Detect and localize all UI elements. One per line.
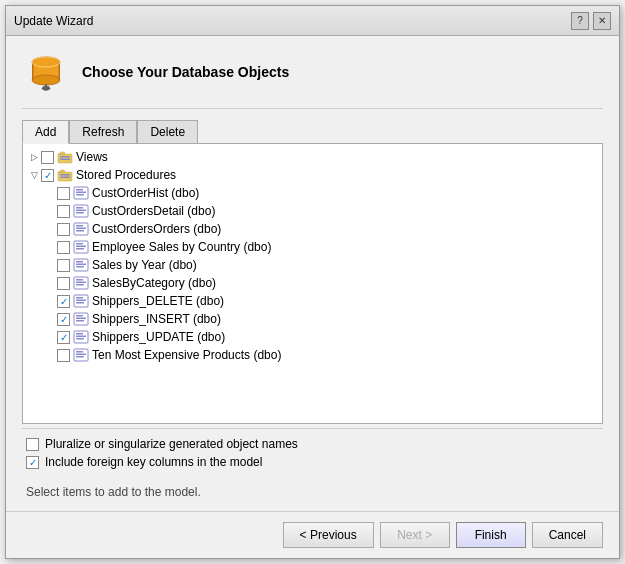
label-foreign-key: Include foreign key columns in the model	[45, 455, 262, 469]
svg-rect-22	[76, 207, 83, 209]
expand-icon-views[interactable]: ▷	[27, 150, 41, 164]
bottom-options: Pluralize or singularize generated objec…	[22, 428, 603, 477]
tab-delete[interactable]: Delete	[137, 120, 198, 144]
svg-rect-36	[76, 266, 84, 268]
checkbox-sales-by-year[interactable]	[57, 259, 70, 272]
svg-rect-43	[76, 300, 86, 302]
checkbox-shippers-update[interactable]	[57, 331, 70, 344]
tree-item-employee-sales[interactable]: ▷ Employee Sales by Country (dbo)	[23, 238, 602, 256]
checkbox-shippers-delete[interactable]	[57, 295, 70, 308]
svg-rect-26	[76, 225, 83, 227]
tab-refresh[interactable]: Refresh	[69, 120, 137, 144]
tree-label-sales-by-category: SalesByCategory (dbo)	[92, 276, 216, 290]
tree-item-cust-orders-orders[interactable]: ▷ CustOrdersOrders (dbo)	[23, 220, 602, 238]
title-bar: Update Wizard ? ✕	[6, 6, 619, 36]
proc-icon	[73, 221, 89, 237]
svg-rect-30	[76, 243, 83, 245]
tree-label-cust-orders-detail: CustOrdersDetail (dbo)	[92, 204, 215, 218]
svg-rect-31	[76, 246, 86, 248]
tree-item-shippers-update[interactable]: ▷ Shippers_UPDATE (dbo)	[23, 328, 602, 346]
folder-icon-views	[57, 149, 73, 165]
tree-item-sales-by-category[interactable]: ▷ SalesByCategory (dbo)	[23, 274, 602, 292]
tree-label-shippers-delete: Shippers_DELETE (dbo)	[92, 294, 224, 308]
svg-rect-51	[76, 336, 86, 338]
tree-label-stored-procedures: Stored Procedures	[76, 168, 176, 182]
expand-icon-stored-procedures[interactable]: ▽	[27, 168, 41, 182]
checkbox-views[interactable]	[41, 151, 54, 164]
finish-button[interactable]: Finish	[456, 522, 526, 548]
checkbox-stored-procedures[interactable]	[41, 169, 54, 182]
close-button[interactable]: ✕	[593, 12, 611, 30]
tree-item-ten-most-expensive[interactable]: ▷ Ten Most Expensive Products (dbo)	[23, 346, 602, 364]
help-button[interactable]: ?	[571, 12, 589, 30]
proc-icon	[73, 275, 89, 291]
checkbox-cust-order-hist[interactable]	[57, 187, 70, 200]
tree-item-sales-by-year[interactable]: ▷ Sales by Year (dbo)	[23, 256, 602, 274]
svg-rect-15	[60, 174, 70, 176]
svg-rect-35	[76, 264, 86, 266]
svg-rect-32	[76, 248, 84, 250]
title-buttons: ? ✕	[571, 12, 611, 30]
tab-add[interactable]: Add	[22, 120, 69, 144]
checkbox-ten-most-expensive[interactable]	[57, 349, 70, 362]
svg-rect-16	[60, 177, 70, 179]
checkbox-cust-orders-orders[interactable]	[57, 223, 70, 236]
svg-rect-10	[47, 86, 49, 90]
footer: < Previous Next > Finish Cancel	[6, 511, 619, 558]
proc-icon	[73, 347, 89, 363]
checkbox-pluralize[interactable]	[26, 438, 39, 451]
tree-label-ten-most-expensive: Ten Most Expensive Products (dbo)	[92, 348, 281, 362]
cancel-button[interactable]: Cancel	[532, 522, 603, 548]
svg-rect-44	[76, 302, 84, 304]
folder-icon-stored-procedures	[57, 167, 73, 183]
svg-rect-50	[76, 333, 83, 335]
checkbox-foreign-key[interactable]	[26, 456, 39, 469]
title-bar-left: Update Wizard	[14, 14, 93, 28]
status-text: Select items to add to the model.	[22, 485, 603, 499]
svg-rect-27	[76, 228, 86, 230]
proc-icon	[73, 239, 89, 255]
svg-point-2	[32, 75, 60, 85]
tree-item-views[interactable]: ▷ Views	[23, 148, 602, 166]
previous-button[interactable]: < Previous	[283, 522, 374, 548]
proc-icon-cust-order-hist	[73, 185, 89, 201]
checkbox-shippers-insert[interactable]	[57, 313, 70, 326]
tree-label-views: Views	[76, 150, 108, 164]
checkbox-employee-sales[interactable]	[57, 241, 70, 254]
svg-rect-40	[76, 284, 84, 286]
tree-scroll[interactable]: ▷ Views ▽ Stored Proce	[23, 144, 602, 423]
checkbox-cust-orders-detail[interactable]	[57, 205, 70, 218]
wizard-title: Choose Your Database Objects	[82, 64, 289, 80]
checkbox-sales-by-category[interactable]	[57, 277, 70, 290]
next-button[interactable]: Next >	[380, 522, 450, 548]
svg-rect-55	[76, 354, 86, 356]
tree-item-shippers-insert[interactable]: ▷ Shippers_INSERT (dbo)	[23, 310, 602, 328]
svg-rect-47	[76, 318, 86, 320]
svg-rect-46	[76, 315, 83, 317]
tree-item-stored-procedures[interactable]: ▽ Stored Procedures	[23, 166, 602, 184]
content-area: Choose Your Database Objects Add Refresh…	[6, 36, 619, 511]
dialog-title: Update Wizard	[14, 14, 93, 28]
wizard-header: Choose Your Database Objects	[22, 48, 603, 109]
proc-icon	[73, 257, 89, 273]
tree-label-cust-orders-orders: CustOrdersOrders (dbo)	[92, 222, 221, 236]
proc-icon	[73, 329, 89, 345]
tree-item-cust-orders-detail[interactable]: ▷ CustOrdersDetail (dbo)	[23, 202, 602, 220]
label-pluralize: Pluralize or singularize generated objec…	[45, 437, 298, 451]
svg-rect-12	[60, 156, 70, 158]
option-row-foreign-key[interactable]: Include foreign key columns in the model	[26, 455, 599, 469]
proc-icon	[73, 203, 89, 219]
svg-rect-19	[76, 192, 86, 194]
tree-label-employee-sales: Employee Sales by Country (dbo)	[92, 240, 271, 254]
proc-icon	[73, 311, 89, 327]
svg-rect-9	[43, 86, 45, 90]
svg-rect-38	[76, 279, 83, 281]
svg-rect-28	[76, 230, 84, 232]
database-icon	[22, 48, 70, 96]
option-row-pluralize[interactable]: Pluralize or singularize generated objec…	[26, 437, 599, 451]
tree-item-shippers-delete[interactable]: ▷ Shippers_DELETE (dbo)	[23, 292, 602, 310]
svg-rect-52	[76, 338, 84, 340]
dialog: Update Wizard ? ✕	[5, 5, 620, 559]
svg-rect-48	[76, 320, 84, 322]
tree-item-cust-order-hist[interactable]: ▷ CustOrderHist (dbo)	[23, 184, 602, 202]
